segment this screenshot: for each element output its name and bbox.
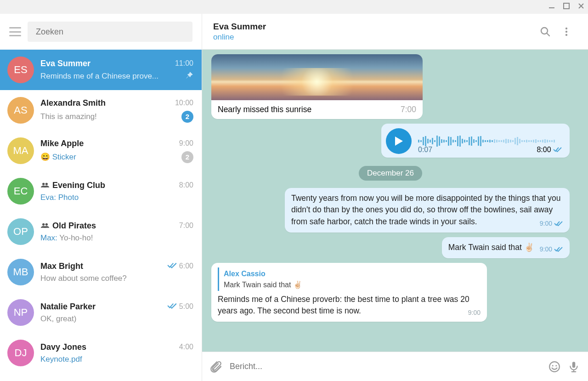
read-receipt-icon xyxy=(167,262,177,270)
svg-line-7 xyxy=(547,33,549,36)
chat-preview: Max: Yo-ho-ho! xyxy=(40,233,93,243)
svg-point-5 xyxy=(45,223,48,225)
chat-preview: Reminds me of a Chinese prove... xyxy=(40,72,158,81)
chat-list: ESEva Summer11:00Reminds me of a Chinese… xyxy=(0,50,202,381)
chat-time: 11:00 xyxy=(175,59,193,68)
svg-point-10 xyxy=(565,34,567,35)
chat-name: Natalie Parker xyxy=(40,302,96,312)
avatar: OP xyxy=(7,218,34,245)
search-input[interactable] xyxy=(36,27,184,37)
svg-point-3 xyxy=(45,182,48,185)
chat-name: Old Pirates xyxy=(40,221,96,231)
read-receipt-icon xyxy=(167,302,177,311)
avatar: AS xyxy=(7,97,34,124)
outgoing-message[interactable]: Mark Twain said that ✌🏻 9:00 xyxy=(442,237,570,258)
chat-time: 5:00 xyxy=(167,302,193,311)
group-icon xyxy=(40,181,50,190)
avatar: ES xyxy=(7,57,34,83)
chat-preview: OK, great) xyxy=(40,314,76,324)
avatar: MA xyxy=(7,137,34,164)
chat-item[interactable]: ESEva Summer11:00Reminds me of a Chinese… xyxy=(0,50,202,90)
svg-point-2 xyxy=(42,182,45,185)
chat-time: 9:00 xyxy=(179,139,193,148)
more-options-button[interactable] xyxy=(556,21,577,42)
chat-name: Davy Jones xyxy=(40,342,86,352)
avatar: MB xyxy=(7,259,34,285)
chat-item[interactable]: NPNatalie Parker5:00OK, great) xyxy=(0,292,202,333)
emoji-button[interactable] xyxy=(548,361,560,373)
chat-preview: How about some coffee? xyxy=(40,274,127,283)
chat-name: Evening Club xyxy=(40,181,105,190)
messages-area[interactable]: Nearly missed this sunrise 7:00 0:07 xyxy=(202,50,588,352)
avatar: EC xyxy=(7,178,34,205)
photo-thumbnail[interactable] xyxy=(211,54,423,100)
chat-item[interactable]: ASAlexandra Smith10:00This is amazing!2 xyxy=(0,90,202,131)
voice-record-button[interactable] xyxy=(568,361,580,373)
voice-duration: 0:07 xyxy=(386,146,432,154)
chat-item[interactable]: MBMax Bright6:00How about some coffee? xyxy=(0,252,202,292)
minimize-button[interactable] xyxy=(548,3,555,11)
message-text: Reminds me of a Chinese proverb: the bes… xyxy=(218,295,469,315)
pin-icon xyxy=(185,71,193,81)
close-button[interactable] xyxy=(578,3,584,11)
date-separator: December 26 xyxy=(359,166,422,181)
svg-point-11 xyxy=(549,362,560,372)
chat-time: 6:00 xyxy=(167,262,193,270)
message-time: 9:00 xyxy=(540,219,563,228)
chat-preview: 😄 Sticker xyxy=(40,152,76,162)
svg-point-4 xyxy=(42,223,45,225)
message-text: Mark Twain said that ✌🏻 xyxy=(448,243,534,252)
message-time: 7:00 xyxy=(401,105,416,114)
message-composer xyxy=(202,352,588,381)
svg-rect-1 xyxy=(564,3,569,9)
maximize-button[interactable] xyxy=(563,3,570,11)
chat-item[interactable]: DJDavy Jones4:00Keynote.pdf xyxy=(0,333,202,373)
chat-time: 7:00 xyxy=(179,222,193,230)
outgoing-voice-message[interactable]: 0:07 8:00 xyxy=(381,124,570,158)
search-in-chat-button[interactable] xyxy=(535,21,556,42)
chat-preview: Keynote.pdf xyxy=(40,355,82,364)
svg-rect-0 xyxy=(549,7,554,8)
chat-time: 4:00 xyxy=(179,343,193,351)
reply-preview[interactable]: Alex Cassio Mark Twain said that ✌🏻 xyxy=(218,267,481,290)
chat-name: Max Bright xyxy=(40,262,83,271)
read-receipt-icon xyxy=(554,221,563,226)
svg-rect-14 xyxy=(572,362,576,368)
svg-point-9 xyxy=(565,30,567,32)
contact-name: Eva Summer xyxy=(213,22,535,32)
chat-name: Eva Summer xyxy=(40,59,90,68)
chat-preview: This is amazing! xyxy=(40,112,97,121)
sidebar: ESEva Summer11:00Reminds me of a Chinese… xyxy=(0,14,202,381)
incoming-photo-message[interactable]: Nearly missed this sunrise 7:00 xyxy=(211,54,423,119)
reply-sender: Alex Cassio xyxy=(224,268,476,279)
message-time: 9:00 xyxy=(540,245,563,254)
chat-item[interactable]: ECEvening Club8:00Eva: Photo xyxy=(0,171,202,211)
svg-point-8 xyxy=(565,27,567,29)
photo-caption: Nearly missed this sunrise xyxy=(218,105,311,114)
message-time: 8:00 xyxy=(537,146,562,154)
chat-time: 8:00 xyxy=(179,181,193,189)
attach-button[interactable] xyxy=(210,361,222,373)
incoming-message-with-reply[interactable]: Alex Cassio Mark Twain said that ✌🏻 Remi… xyxy=(211,263,487,322)
svg-point-12 xyxy=(552,365,554,366)
svg-point-13 xyxy=(555,365,557,366)
unread-badge: 2 xyxy=(181,111,193,123)
chat-name: Mike Apple xyxy=(40,139,84,148)
chat-name: Alexandra Smith xyxy=(40,98,106,108)
chat-item[interactable]: OPOld Pirates7:00Max: Yo-ho-ho! xyxy=(0,211,202,252)
chat-item[interactable]: MAMike Apple9:00😄 Sticker2 xyxy=(0,131,202,171)
reply-text: Mark Twain said that ✌🏻 xyxy=(224,279,476,290)
unread-badge: 2 xyxy=(181,151,193,163)
conversation-header: Eva Summer online xyxy=(202,14,588,50)
search-box[interactable] xyxy=(28,22,192,42)
message-text: Twenty years from now you will be more d… xyxy=(291,193,561,226)
menu-button[interactable] xyxy=(9,27,21,36)
message-time: 9:00 xyxy=(468,308,481,317)
group-icon xyxy=(40,221,50,231)
chat-time: 10:00 xyxy=(175,99,193,107)
chat-preview: Eva: Photo xyxy=(40,193,79,202)
read-receipt-icon xyxy=(553,147,562,152)
message-input[interactable] xyxy=(230,362,541,371)
outgoing-message[interactable]: Twenty years from now you will be more d… xyxy=(285,188,570,233)
avatar: DJ xyxy=(7,340,34,366)
